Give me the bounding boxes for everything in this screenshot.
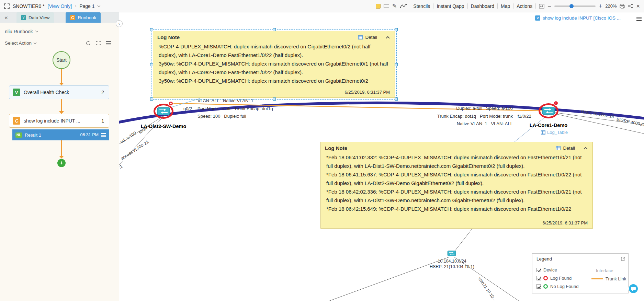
- map-title: SNOWTIER0 *: [13, 3, 45, 9]
- selection-handle[interactable]: [395, 97, 398, 101]
- pencil-tool-icon[interactable]: ✎: [392, 3, 397, 9]
- network-label: 10.104.10.0/24: [418, 259, 486, 264]
- node-v-icon: V: [13, 89, 20, 96]
- refresh-icon[interactable]: [86, 41, 91, 46]
- log-line: 3y50w: %CDP-4-DUPLEX_MISMATCH: duplex mi…: [159, 77, 389, 85]
- table-icon: [358, 35, 363, 39]
- flow-connector: [61, 99, 62, 112]
- expand-panel-button[interactable]: ›: [116, 20, 123, 27]
- zoom-slider[interactable]: [554, 5, 596, 7]
- runbook-node-overall-health-check[interactable]: V Overall Health Check 2: [9, 85, 109, 99]
- legend-popout-icon[interactable]: [621, 256, 625, 261]
- legend-panel: Legend Device Interface Log Found Trunk …: [532, 253, 629, 293]
- select-action-row: Select Action: [5, 40, 111, 46]
- arrow-down-icon: [59, 156, 64, 159]
- select-action-dropdown[interactable]: Select Action: [5, 40, 32, 46]
- print-icon[interactable]: [620, 4, 625, 9]
- zoom-in-button[interactable]: +: [599, 3, 602, 9]
- result-tag: NL: [15, 132, 22, 138]
- log-found-badge[interactable]: +: [553, 101, 558, 106]
- note-header: Log Note Detail: [321, 142, 592, 152]
- selection-handle[interactable]: [150, 28, 153, 31]
- selection-handle[interactable]: [395, 28, 398, 31]
- polyline-tool-icon[interactable]: [400, 4, 407, 8]
- runbook-action-link[interactable]: V show log include INPUT [Cisco IOS ...: [535, 15, 621, 21]
- page-selector[interactable]: Page 1: [79, 3, 94, 9]
- detail-button[interactable]: Detail: [563, 146, 575, 151]
- link-property-label: Speed: 100 Duplex: full: [197, 114, 246, 119]
- view-only-link[interactable]: [View Only]: [48, 3, 72, 9]
- collapse-note-icon[interactable]: [386, 36, 389, 40]
- selection-handle[interactable]: [150, 97, 153, 101]
- runbook-node-show-log[interactable]: show log include INPUT ... 1: [9, 114, 109, 128]
- menu-item-dashboard[interactable]: Dashboard: [471, 3, 495, 9]
- sidebar-tabbar: « V Data View Runbook: [0, 12, 119, 23]
- collapse-sidebar-button[interactable]: «: [0, 12, 12, 23]
- result-menu-icon[interactable]: [101, 133, 106, 137]
- map-canvas[interactable]: V show log include INPUT [Cisco IOS ... …: [119, 12, 644, 301]
- highlight-color-icon[interactable]: [376, 4, 381, 9]
- log-line: *Feb 18 06:42:02.336: %CDP-4-DUPLEX_MISM…: [326, 187, 587, 205]
- data-view-icon: V: [21, 15, 26, 20]
- flow-connector: [61, 140, 62, 156]
- flow-start-node[interactable]: Start: [53, 51, 70, 69]
- hsrp-device[interactable]: [447, 251, 456, 257]
- legend-checkbox-no-log-found[interactable]: [536, 284, 541, 289]
- expand-map-icon[interactable]: [4, 3, 10, 9]
- trunk-link-sample: [591, 278, 603, 279]
- chat-button[interactable]: [628, 283, 639, 294]
- log-note-2[interactable]: Log Note Detail *Feb 18 06:41:02.332: %C…: [320, 142, 593, 229]
- arrow-down-icon: [59, 83, 64, 85]
- add-action-button[interactable]: +: [57, 159, 66, 167]
- chevron-down-icon[interactable]: [97, 4, 100, 7]
- close-button[interactable]: ×: [636, 3, 640, 9]
- rectangle-tool-icon[interactable]: [384, 4, 389, 8]
- menu-icon[interactable]: [106, 41, 111, 45]
- legend-interface-header: Interface: [596, 268, 613, 273]
- legend-label-no-log-found: No Log Found: [550, 284, 578, 289]
- note-title: Log Note: [325, 145, 347, 151]
- selection-handle[interactable]: [150, 63, 153, 66]
- log-table-link[interactable]: Log_Table: [541, 130, 568, 135]
- flow-connector: [61, 69, 62, 83]
- log-found-dot-icon: [543, 276, 548, 280]
- map-menu-icon[interactable]: [636, 17, 642, 21]
- link-property-label: Duplex: a-full Speed: a-100: [417, 106, 513, 111]
- menu-item-stencils[interactable]: Stencils: [413, 3, 430, 9]
- selection-handle[interactable]: [395, 63, 398, 66]
- tab-runbook[interactable]: Runbook: [66, 12, 101, 23]
- log-table-label: Log_Table: [547, 130, 568, 135]
- menu-item-actions[interactable]: Actions: [517, 3, 532, 9]
- zoom-slider-thumb[interactable]: [569, 4, 574, 8]
- menu-item-instant-qapp[interactable]: Instant Qapp: [437, 3, 464, 9]
- note-body: %CDP-4-DUPLEX_MISMATCH: duplex mismatch …: [153, 41, 395, 85]
- table-icon: [541, 130, 545, 135]
- link-property-label: VLAN: ALL Native VLAN: 1: [197, 98, 253, 103]
- legend-checkbox-log-found[interactable]: [536, 276, 541, 280]
- note-timestamp: 6/25/2019, 6:31:37 PM: [542, 220, 588, 225]
- menu-item-map[interactable]: Map: [501, 3, 510, 9]
- log-note-1[interactable]: Log Note Detail %CDP-4-DUPLEX_MISMATCH: …: [153, 31, 395, 98]
- note-body: *Feb 18 06:41:02.332: %CDP-4-DUPLEX_MISM…: [321, 152, 592, 213]
- zoom-out-button[interactable]: −: [547, 3, 551, 9]
- chat-icon: [628, 283, 639, 294]
- log-line: *Feb 18 06:41:02.332: %CDP-4-DUPLEX_MISM…: [326, 153, 587, 170]
- selection-handle[interactable]: [273, 28, 276, 31]
- app-topbar: SNOWTIER0 * [View Only] › Page 1 ✎ Stenc…: [0, 0, 644, 12]
- collapse-note-icon[interactable]: [584, 147, 587, 151]
- legend-checkbox-device[interactable]: [536, 268, 541, 272]
- runbook-name: nliu Runbook: [5, 29, 33, 34]
- log-found-badge[interactable]: +: [168, 101, 173, 106]
- device-label-la-core1: LA-Core1-Demo: [514, 123, 583, 128]
- result-row[interactable]: NL Result 1 06:31 PM: [12, 129, 109, 140]
- selection-handle[interactable]: [273, 97, 276, 101]
- result-label: Result 1: [25, 132, 41, 138]
- chevron-down-icon[interactable]: [34, 41, 36, 44]
- tab-data-view[interactable]: V Data View: [16, 12, 54, 23]
- share-icon[interactable]: [628, 3, 633, 9]
- fullscreen-icon[interactable]: [96, 41, 101, 45]
- runbook-selector[interactable]: nliu Runbook: [5, 29, 38, 34]
- fit-view-icon[interactable]: [539, 4, 544, 9]
- link-line[interactable]: [453, 229, 472, 253]
- detail-button[interactable]: Detail: [365, 35, 377, 40]
